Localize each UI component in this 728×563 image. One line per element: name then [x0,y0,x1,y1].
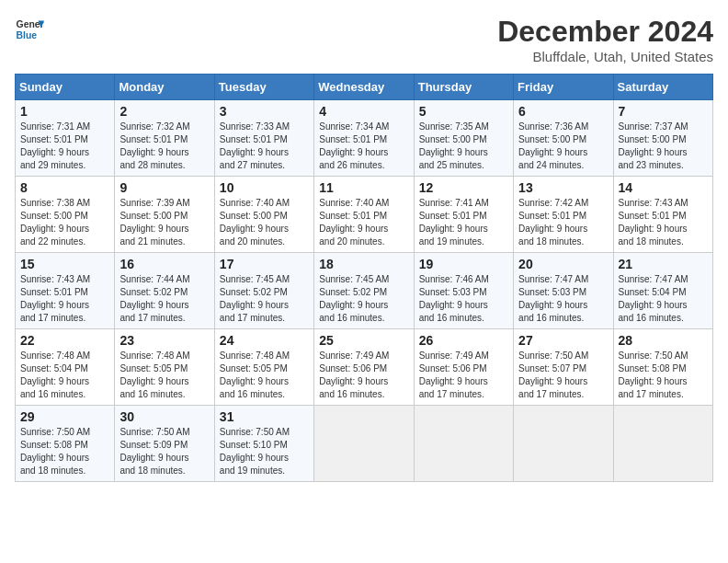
calendar-body: 1Sunrise: 7:31 AM Sunset: 5:01 PM Daylig… [16,100,713,482]
day-info: Sunrise: 7:50 AM Sunset: 5:10 PM Dayligh… [220,426,309,477]
day-info: Sunrise: 7:50 AM Sunset: 5:09 PM Dayligh… [119,426,209,477]
day-info: Sunrise: 7:48 AM Sunset: 5:04 PM Dayligh… [20,350,109,401]
day-info: Sunrise: 7:46 AM Sunset: 5:03 PM Dayligh… [419,273,508,325]
calendar-cell: 29Sunrise: 7:50 AM Sunset: 5:08 PM Dayli… [16,406,115,482]
calendar-cell [414,406,513,482]
day-number: 24 [220,333,309,348]
day-info: Sunrise: 7:34 AM Sunset: 5:01 PM Dayligh… [319,121,408,172]
calendar-cell: 27Sunrise: 7:50 AM Sunset: 5:07 PM Dayli… [514,329,613,406]
day-number: 4 [319,104,408,119]
day-number: 16 [119,257,209,271]
day-info: Sunrise: 7:43 AM Sunset: 5:01 PM Dayligh… [20,273,109,325]
calendar-header-cell: Tuesday [214,75,313,100]
calendar-cell: 22Sunrise: 7:48 AM Sunset: 5:04 PM Dayli… [16,329,115,406]
day-info: Sunrise: 7:49 AM Sunset: 5:06 PM Dayligh… [319,350,408,401]
day-number: 8 [20,180,109,195]
day-number: 21 [619,257,708,271]
day-number: 12 [419,180,508,195]
calendar-cell: 10Sunrise: 7:40 AM Sunset: 5:00 PM Dayli… [214,177,313,253]
calendar-cell: 1Sunrise: 7:31 AM Sunset: 5:01 PM Daylig… [16,100,115,177]
day-info: Sunrise: 7:35 AM Sunset: 5:00 PM Dayligh… [419,121,508,172]
calendar-cell: 26Sunrise: 7:49 AM Sunset: 5:06 PM Dayli… [414,329,513,406]
calendar-cell: 11Sunrise: 7:40 AM Sunset: 5:01 PM Dayli… [314,177,414,253]
day-number: 20 [518,257,608,271]
day-info: Sunrise: 7:32 AM Sunset: 5:01 PM Dayligh… [119,121,209,172]
day-number: 11 [319,180,408,195]
day-info: Sunrise: 7:39 AM Sunset: 5:00 PM Dayligh… [119,197,209,248]
day-number: 1 [20,104,109,119]
calendar-cell [613,406,712,482]
day-info: Sunrise: 7:50 AM Sunset: 5:08 PM Dayligh… [619,350,708,401]
calendar-week-row: 1Sunrise: 7:31 AM Sunset: 5:01 PM Daylig… [16,100,713,177]
calendar-cell: 20Sunrise: 7:47 AM Sunset: 5:03 PM Dayli… [514,253,613,329]
day-info: Sunrise: 7:47 AM Sunset: 5:03 PM Dayligh… [518,273,608,325]
calendar-cell: 30Sunrise: 7:50 AM Sunset: 5:09 PM Dayli… [115,406,214,482]
calendar-cell: 4Sunrise: 7:34 AM Sunset: 5:01 PM Daylig… [314,100,414,177]
calendar-cell: 19Sunrise: 7:46 AM Sunset: 5:03 PM Dayli… [414,253,513,329]
calendar-header-cell: Sunday [16,75,115,100]
calendar-cell: 25Sunrise: 7:49 AM Sunset: 5:06 PM Dayli… [314,329,414,406]
calendar-table: SundayMondayTuesdayWednesdayThursdayFrid… [15,74,713,482]
day-info: Sunrise: 7:48 AM Sunset: 5:05 PM Dayligh… [220,350,309,401]
calendar-cell: 14Sunrise: 7:43 AM Sunset: 5:01 PM Dayli… [613,177,712,253]
day-number: 13 [518,180,608,195]
day-info: Sunrise: 7:50 AM Sunset: 5:08 PM Dayligh… [20,426,109,477]
day-number: 14 [619,180,708,195]
day-info: Sunrise: 7:45 AM Sunset: 5:02 PM Dayligh… [319,273,408,325]
calendar-header-cell: Thursday [414,75,513,100]
day-number: 18 [319,257,408,271]
calendar-cell: 12Sunrise: 7:41 AM Sunset: 5:01 PM Dayli… [414,177,513,253]
day-number: 27 [518,333,608,348]
calendar-cell [314,406,414,482]
day-number: 2 [119,104,209,119]
day-info: Sunrise: 7:44 AM Sunset: 5:02 PM Dayligh… [119,273,209,325]
calendar-cell: 18Sunrise: 7:45 AM Sunset: 5:02 PM Dayli… [314,253,414,329]
calendar-cell: 8Sunrise: 7:38 AM Sunset: 5:00 PM Daylig… [16,177,115,253]
logo: General Blue [15,15,44,44]
day-number: 9 [119,180,209,195]
day-number: 23 [119,333,209,348]
day-info: Sunrise: 7:48 AM Sunset: 5:05 PM Dayligh… [119,350,209,401]
day-number: 5 [419,104,508,119]
day-number: 22 [20,333,109,348]
day-info: Sunrise: 7:37 AM Sunset: 5:00 PM Dayligh… [619,121,708,172]
calendar-cell: 3Sunrise: 7:33 AM Sunset: 5:01 PM Daylig… [214,100,313,177]
calendar-cell: 23Sunrise: 7:48 AM Sunset: 5:05 PM Dayli… [115,329,214,406]
calendar-cell: 9Sunrise: 7:39 AM Sunset: 5:00 PM Daylig… [115,177,214,253]
day-info: Sunrise: 7:50 AM Sunset: 5:07 PM Dayligh… [518,350,608,401]
calendar-header-row: SundayMondayTuesdayWednesdayThursdayFrid… [16,75,713,100]
calendar-cell: 28Sunrise: 7:50 AM Sunset: 5:08 PM Dayli… [613,329,712,406]
day-number: 28 [619,333,708,348]
day-number: 6 [518,104,608,119]
day-info: Sunrise: 7:47 AM Sunset: 5:04 PM Dayligh… [619,273,708,325]
day-number: 29 [20,409,109,424]
day-info: Sunrise: 7:31 AM Sunset: 5:01 PM Dayligh… [20,121,109,172]
day-number: 26 [419,333,508,348]
calendar-cell: 7Sunrise: 7:37 AM Sunset: 5:00 PM Daylig… [613,100,712,177]
calendar-cell: 2Sunrise: 7:32 AM Sunset: 5:01 PM Daylig… [115,100,214,177]
calendar-cell: 16Sunrise: 7:44 AM Sunset: 5:02 PM Dayli… [115,253,214,329]
calendar-header-cell: Saturday [613,75,712,100]
day-info: Sunrise: 7:42 AM Sunset: 5:01 PM Dayligh… [518,197,608,248]
month-title: December 2024 [497,15,713,49]
day-number: 15 [20,257,109,271]
day-info: Sunrise: 7:33 AM Sunset: 5:01 PM Dayligh… [220,121,309,172]
day-number: 30 [119,409,209,424]
day-info: Sunrise: 7:40 AM Sunset: 5:00 PM Dayligh… [220,197,309,248]
calendar-header-cell: Monday [115,75,214,100]
day-info: Sunrise: 7:38 AM Sunset: 5:00 PM Dayligh… [20,197,109,248]
calendar-cell: 17Sunrise: 7:45 AM Sunset: 5:02 PM Dayli… [214,253,313,329]
calendar-week-row: 22Sunrise: 7:48 AM Sunset: 5:04 PM Dayli… [16,329,713,406]
day-info: Sunrise: 7:49 AM Sunset: 5:06 PM Dayligh… [419,350,508,401]
day-number: 10 [220,180,309,195]
calendar-cell: 24Sunrise: 7:48 AM Sunset: 5:05 PM Dayli… [214,329,313,406]
location-subtitle: Bluffdale, Utah, United States [497,49,713,64]
day-number: 19 [419,257,508,271]
calendar-cell: 31Sunrise: 7:50 AM Sunset: 5:10 PM Dayli… [214,406,313,482]
day-number: 31 [220,409,309,424]
header: General Blue December 2024 Bluffdale, Ut… [15,15,713,64]
calendar-cell [514,406,613,482]
logo-icon: General Blue [15,15,44,44]
calendar-cell: 13Sunrise: 7:42 AM Sunset: 5:01 PM Dayli… [514,177,613,253]
calendar-cell: 5Sunrise: 7:35 AM Sunset: 5:00 PM Daylig… [414,100,513,177]
